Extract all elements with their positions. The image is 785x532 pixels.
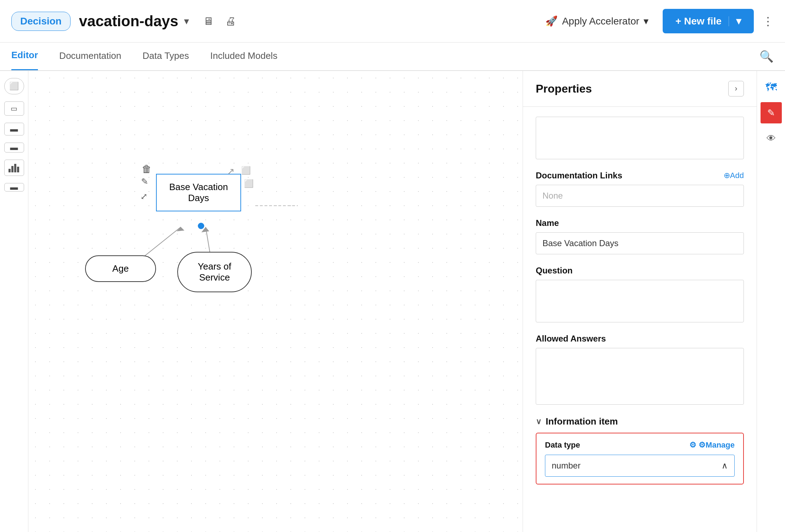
documentation-links-label: Documentation Links ⊕Add (536, 171, 744, 181)
tab-documentation[interactable]: Documentation (59, 43, 121, 70)
information-item-label: Information item (546, 416, 618, 427)
toolbar-rect-2[interactable]: ▬ (4, 143, 24, 153)
tab-editor[interactable]: Editor (11, 43, 38, 70)
canvas-dots (28, 71, 523, 532)
decision-node-base-vacation-days[interactable]: Base VacationDays (156, 174, 241, 211)
header-device-icons: 🖥 🖨 (203, 15, 236, 27)
data-type-select[interactable]: number ∧ (545, 455, 735, 477)
data-type-box: Data type ⚙ ⚙Manage number ∧ (536, 433, 744, 484)
allowed-answers-textarea[interactable] (536, 348, 744, 405)
right-sidebar: 🗺 ✎ 👁 (757, 71, 785, 532)
name-label: Name (536, 218, 744, 228)
allowed-answers-label: Allowed Answers (536, 334, 744, 344)
title-dropdown-chevron[interactable]: ▾ (184, 15, 189, 27)
input-node-years-label: Years ofService (198, 261, 231, 283)
tab-data-types[interactable]: Data Types (143, 43, 189, 70)
properties-body: Documentation Links ⊕Add Name Question (523, 107, 757, 494)
connector-dot (198, 223, 204, 229)
input-node-age[interactable]: Age (85, 255, 156, 282)
map-icon[interactable]: 🗺 (761, 77, 782, 98)
apply-accelerator-chevron: ▾ (644, 15, 648, 27)
node-shape-icon: ⬜ (241, 166, 251, 175)
toolbar-flat-rect[interactable]: ▬ (4, 183, 24, 192)
toolbar-rounded-rect[interactable]: ⬜ (4, 78, 24, 94)
prop-description-section (536, 117, 744, 159)
svg-rect-3 (17, 167, 19, 172)
properties-panel: Properties › Documentation Links ⊕Add (523, 71, 757, 532)
decision-node-label: Base VacationDays (169, 182, 228, 203)
svg-rect-0 (9, 169, 11, 172)
data-type-value: number (552, 461, 580, 471)
data-type-label: Data type ⚙ ⚙Manage (545, 440, 735, 450)
documentation-links-input[interactable] (536, 185, 744, 207)
search-icon[interactable]: 🔍 (759, 50, 774, 63)
prop-allowed-answers-section: Allowed Answers (536, 334, 744, 405)
new-file-label: + New file (675, 16, 722, 27)
tab-included-models[interactable]: Included Models (210, 43, 277, 70)
properties-header: Properties › (523, 71, 757, 107)
svg-rect-1 (11, 166, 13, 172)
delete-icon[interactable]: 🗑 (142, 163, 152, 175)
name-input[interactable] (536, 232, 744, 254)
properties-collapse-button[interactable]: › (728, 81, 744, 96)
canvas[interactable]: ↗ ⬜ 🗑 ✎ ⤢ ⬜ ⤢ Base VacationDays Age Year… (28, 71, 523, 532)
print-icon[interactable]: 🖨 (225, 15, 236, 27)
add-documentation-link[interactable]: ⊕Add (724, 171, 744, 180)
right-connect-icon[interactable]: ⬜ (244, 179, 254, 188)
input-node-years-of-service[interactable]: Years ofService (177, 252, 252, 292)
preview-icon[interactable]: 👁 (761, 128, 782, 149)
data-type-chevron: ∧ (722, 461, 728, 471)
share-node-icon[interactable]: ⤢ (140, 192, 147, 201)
header: Decision vacation-days ▾ 🖥 🖨 🚀 Apply Acc… (0, 0, 785, 43)
apply-accelerator-button[interactable]: 🚀 Apply Accelerator ▾ (545, 15, 648, 27)
prop-question-section: Question (536, 266, 744, 322)
properties-title: Properties (536, 82, 592, 95)
information-item-header: ∨ Information item (536, 416, 744, 427)
question-textarea[interactable] (536, 280, 744, 322)
tab-bar: Editor Documentation Data Types Included… (0, 43, 785, 71)
toolbar-rect-1[interactable]: ▬ (4, 123, 24, 135)
btn-divider (729, 16, 729, 26)
toolbar-comment-rect[interactable]: ▭ (4, 101, 24, 116)
information-item-chevron[interactable]: ∨ (536, 417, 541, 426)
gear-icon: ⚙ (689, 440, 696, 450)
rocket-icon: 🚀 (545, 15, 558, 27)
monitor-icon[interactable]: 🖥 (203, 15, 214, 27)
decision-badge: Decision (11, 12, 71, 31)
svg-rect-2 (14, 164, 16, 172)
edit-node-icon[interactable]: ✎ (141, 177, 148, 187)
question-label: Question (536, 266, 744, 276)
information-item-section: ∨ Information item Data type ⚙ ⚙Manage n… (536, 416, 744, 484)
main-layout: ⬜ ▭ ▬ ▬ ▬ ↗ ⬜ (0, 71, 785, 532)
manage-link[interactable]: ⚙ ⚙Manage (689, 440, 735, 450)
apply-accelerator-label: Apply Accelerator (562, 16, 639, 27)
prop-name-section: Name (536, 218, 744, 254)
toolbar-chart[interactable] (4, 160, 24, 176)
new-file-chevron: ▾ (736, 15, 741, 27)
file-title: vacation-days (79, 13, 178, 30)
edit-properties-icon[interactable]: ✎ (761, 102, 782, 123)
new-file-button[interactable]: + New file ▾ (663, 9, 754, 33)
more-options-icon[interactable]: ⋮ (762, 15, 774, 28)
input-node-age-label: Age (112, 263, 129, 274)
description-textarea[interactable] (536, 117, 744, 159)
left-toolbar: ⬜ ▭ ▬ ▬ ▬ (0, 71, 28, 532)
prop-documentation-links-section: Documentation Links ⊕Add (536, 171, 744, 207)
